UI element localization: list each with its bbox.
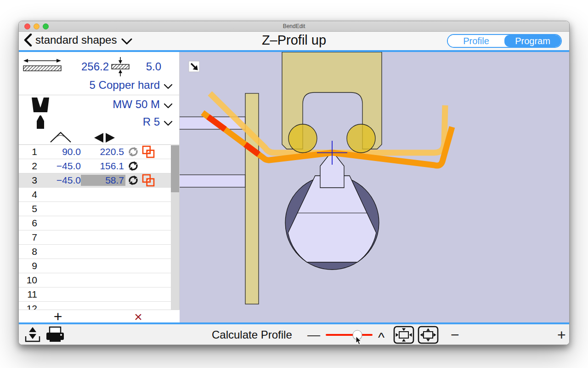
zoom-out-button[interactable]: − [451,327,459,344]
bend-row[interactable]: 4 [19,188,171,202]
bend-index: 7 [19,232,37,243]
rotate-cell [127,161,139,172]
thickness-icon [111,57,130,77]
calculate-profile-button[interactable]: Calculate Profile [212,328,292,341]
bend-angle[interactable]: 90.0 [37,146,81,157]
bend-row[interactable]: 9 [19,259,171,273]
bend-index: 10 [19,275,37,286]
rotate-cell [127,146,139,157]
collapse-toolbar-button[interactable]: ^ [378,327,384,345]
bend-index: 2 [19,161,37,172]
tab-profile[interactable]: Profile [448,35,504,47]
roller-left [288,124,317,153]
length-column-icon [93,132,116,143]
copy-cell [141,231,155,244]
width-value[interactable]: 256.2 [73,60,109,73]
machine-canvas[interactable] [180,52,569,322]
rotate-cell [127,246,139,257]
copy-flip-icon[interactable] [141,174,155,187]
copy-flip-icon[interactable] [141,145,155,158]
rotate-cell [127,232,139,243]
rotate-cell [127,203,139,214]
zoom-in-button[interactable]: + [557,327,566,344]
titlebar[interactable]: BendEdit [19,21,569,32]
fit-view-button[interactable] [393,326,414,344]
bend-index: 1 [19,146,37,157]
bend-index: 8 [19,246,37,257]
copy-cell [141,188,155,201]
table-footer: + × [19,310,180,322]
tab-program[interactable]: Program [504,35,561,47]
copy-cell [141,259,155,272]
copy-cell [141,302,155,310]
copy-cell [141,145,155,158]
punch-icon [35,115,46,129]
bend-row[interactable]: 3−45.058.7 [19,173,171,188]
rotate-cell [127,175,139,186]
bend-index: 11 [19,289,37,300]
feed-direction-icon[interactable] [24,326,41,344]
rotate-cell [127,218,139,229]
bendedit-window: BendEdit standard shapes Z–Profil up Pro… [18,21,570,345]
bend-index: 6 [19,218,37,229]
bend-table: 190.0220.5 2−45.0156.1 3−45.058.7 456789… [19,144,171,310]
bend-row[interactable]: 8 [19,245,171,259]
bend-row[interactable]: 10 [19,273,171,288]
die-name: MW 50 M [113,98,160,111]
bend-row[interactable]: 5 [19,202,171,216]
header: standard shapes Z–Profil up Profile Prog… [19,32,569,50]
copy-cell [141,160,155,172]
bend-length[interactable]: 220.5 [81,146,125,157]
copy-cell [141,217,155,230]
roller-right [347,124,375,153]
punch-select[interactable]: R 5 [143,115,173,128]
bend-index: 12 [19,303,37,310]
copy-cell [141,274,155,287]
chevron-down-icon [164,84,173,89]
copy-cell [141,174,155,187]
copy-cell [141,202,155,215]
bend-length[interactable]: 156.1 [81,161,125,172]
delete-row-button[interactable]: × [127,309,150,325]
expand-view-button[interactable] [418,326,439,344]
rotate-flange-icon[interactable] [127,146,139,157]
print-button[interactable] [45,326,65,344]
bend-row[interactable]: 11 [19,288,171,302]
material-select[interactable]: 5 Copper hard [90,79,173,92]
bend-row[interactable]: 12 [19,302,171,310]
rotate-flange-icon[interactable] [127,175,139,186]
bend-row[interactable]: 6 [19,216,171,230]
bend-row[interactable]: 2−45.0156.1 [19,159,171,173]
pan-direction-button[interactable] [189,61,199,72]
bend-decrease-button[interactable]: — [307,328,320,342]
bend-row[interactable]: 7 [19,230,171,245]
back-gauge-finger-lower [180,175,245,187]
width-icon [23,57,62,73]
bend-progress-slider[interactable] [326,324,373,345]
die-select[interactable]: MW 50 M [113,98,173,111]
copy-cell [141,245,155,258]
rotate-flange-icon[interactable] [127,161,139,172]
bend-row[interactable]: 190.0220.5 [19,145,171,159]
bend-index: 5 [19,203,37,214]
bend-index: 9 [19,260,37,271]
table-scrollbar-thumb[interactable] [171,145,179,192]
material-name: 5 Copper hard [90,79,160,92]
bend-parameter-panel: 256.2 5.0 5 Copper hard MW 50 M [19,52,180,322]
angle-column-icon [49,130,72,143]
bend-angle[interactable]: −45.0 [37,175,81,186]
app-title: BendEdit [19,23,569,29]
bend-angle[interactable]: −45.0 [37,161,81,172]
bend-simulation-view[interactable] [180,52,570,322]
back-gauge-bar [245,93,259,304]
chevron-down-icon [164,103,173,109]
add-row-button[interactable]: + [46,308,69,325]
thickness-value[interactable]: 5.0 [133,60,161,73]
bend-length[interactable]: 58.7 [81,175,125,186]
rotate-cell [127,303,139,310]
bend-index: 3 [19,175,37,186]
profile-program-switch: Profile Program [447,34,562,48]
bottom-toolbar: Calculate Profile — ^ [19,324,569,345]
punch-name: R 5 [143,115,160,128]
table-scrollbar[interactable] [171,144,179,310]
